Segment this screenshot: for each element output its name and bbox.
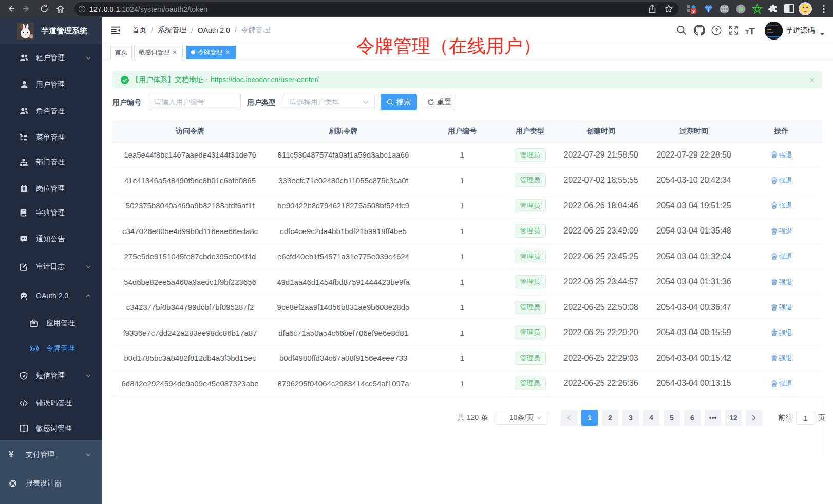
svg-text:9: 9	[692, 9, 695, 14]
svg-text:?: ?	[715, 27, 718, 33]
svg-text:a: a	[33, 346, 35, 351]
